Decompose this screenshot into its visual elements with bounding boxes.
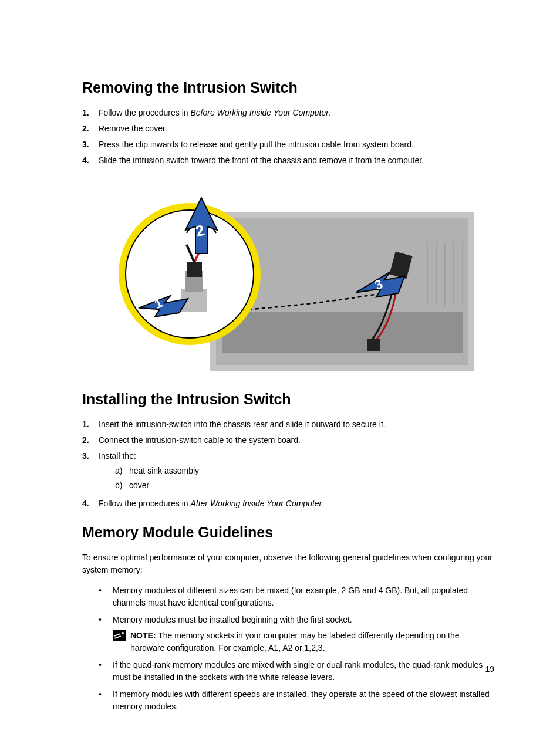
page-number: 19 [485,664,494,674]
step-number: 3. [82,450,99,462]
step-number: 4. [82,154,99,167]
list-item: 3. Press the clip inwards to release and… [82,138,495,151]
intro-paragraph: To ensure optimal performance of your co… [82,552,495,576]
sub-list-item: a)heat sink assembly [115,465,495,477]
bullet-text: If the quad-rank memory modules are mixe… [113,659,495,684]
section-heading: Installing the Intrusion Switch [82,391,495,408]
bullet-item: Memory modules of different sizes can be… [99,584,495,609]
installing-steps-list: 1. Insert the intrusion-switch into the … [82,418,495,510]
svg-rect-13 [367,339,380,351]
list-item: 1. Follow the procedures in Before Worki… [82,107,495,119]
sub-list: a)heat sink assembly b)cover [115,465,495,492]
memory-module-guidelines-section: Memory Module Guidelines To ensure optim… [82,524,495,713]
step-number: 2. [82,123,99,135]
svg-rect-7 [187,262,202,277]
step-number: 4. [82,498,99,510]
step-number: 2. [82,434,99,447]
step-text: Follow the procedures in After Working I… [99,498,495,510]
list-item: 1. Insert the intrusion-switch into the … [82,418,495,431]
installing-intrusion-switch-section: Installing the Intrusion Switch 1. Inser… [82,391,495,510]
note-icon [113,630,126,641]
note-text: NOTE: The memory sockets in your compute… [130,630,495,654]
step-text: Install the: a)heat sink assembly b)cove… [99,450,495,494]
sub-list-item: b)cover [115,479,495,492]
list-item: 2. Connect the intrusion-switch cable to… [82,434,495,447]
bullet-item: If memory modules with different speeds … [99,688,495,713]
list-item: 2. Remove the cover. [82,123,495,135]
figure-svg: 2 1 3 [99,177,474,377]
removing-steps-list: 1. Follow the procedures in Before Worki… [82,107,495,167]
removing-intrusion-switch-section: Removing the Intrusion Switch 1. Follow … [82,79,495,377]
step-number: 1. [82,107,99,119]
intrusion-switch-figure: 2 1 3 [99,177,474,377]
step-text: Press the clip inwards to release and ge… [99,138,495,151]
step-text: Connect the intrusion-switch cable to th… [99,434,495,447]
step-text: Insert the intrusion-switch into the cha… [99,418,495,431]
bullet-text: Memory modules of different sizes can be… [113,584,495,609]
step-text: Follow the procedures in Before Working … [99,107,495,119]
step-number: 3. [82,138,99,151]
guidelines-bullet-list: Memory modules of different sizes can be… [82,584,495,713]
bullet-item: Memory modules must be installed beginni… [99,614,495,654]
note-callout: NOTE: The memory sockets in your compute… [113,630,495,654]
step-text: Slide the intrusion switch toward the fr… [99,154,495,167]
section-heading: Memory Module Guidelines [82,524,495,541]
bullet-text: If memory modules with different speeds … [113,688,495,713]
list-item: 4. Slide the intrusion switch toward the… [82,154,495,167]
bullet-item: If the quad-rank memory modules are mixe… [99,659,495,684]
svg-rect-2 [222,312,463,353]
list-item: 4. Follow the procedures in After Workin… [82,498,495,510]
section-heading: Removing the Intrusion Switch [82,79,495,96]
list-item: 3. Install the: a)heat sink assembly b)c… [82,450,495,494]
step-text: Remove the cover. [99,123,495,135]
bullet-text: Memory modules must be installed beginni… [113,614,495,626]
step-number: 1. [82,418,99,431]
